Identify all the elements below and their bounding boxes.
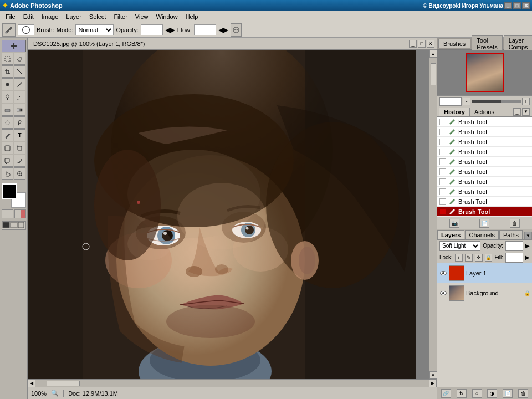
- tab-tool-presets[interactable]: Tool Presets: [472, 35, 502, 52]
- lock-transparent-pixels[interactable]: /: [455, 254, 463, 262]
- pen-tool[interactable]: [2, 129, 13, 141]
- foreground-color-swatch[interactable]: [2, 183, 17, 199]
- history-item-0[interactable]: Brush Tool: [437, 117, 532, 127]
- menu-help[interactable]: Help: [182, 12, 202, 21]
- history-item-8[interactable]: Brush Tool: [437, 197, 532, 207]
- add-layer-style-button[interactable]: fx: [457, 389, 467, 398]
- fill-input[interactable]: 100%: [505, 253, 523, 263]
- h-scroll-track[interactable]: [35, 380, 429, 387]
- menu-file[interactable]: File: [2, 12, 19, 21]
- notes-tool[interactable]: [2, 155, 13, 167]
- lock-all[interactable]: 🔒: [485, 254, 493, 262]
- move-tool[interactable]: [2, 40, 26, 52]
- healing-brush-tool[interactable]: [2, 78, 13, 90]
- new-snapshot-button[interactable]: 📷: [449, 219, 459, 228]
- layers-opacity-input[interactable]: 100%: [505, 241, 523, 251]
- new-fill-layer-button[interactable]: ◑: [487, 389, 497, 398]
- canvas-image-wrapper[interactable]: [28, 50, 429, 379]
- blend-mode-select[interactable]: Soft Light Normal Overlay Multiply: [439, 241, 480, 251]
- menu-edit[interactable]: Edit: [20, 12, 37, 21]
- history-item-5[interactable]: Brush Tool: [437, 167, 532, 177]
- new-layer-button[interactable]: 📄: [503, 389, 513, 398]
- tab-layer-comps[interactable]: Layer Comps: [504, 35, 532, 52]
- scroll-up-button[interactable]: ▲: [429, 50, 437, 58]
- history-item-2[interactable]: Brush Tool: [437, 137, 532, 147]
- opacity-increment[interactable]: ▶: [525, 243, 530, 249]
- flow-input[interactable]: 100%: [194, 24, 216, 35]
- tab-channels[interactable]: Channels: [465, 230, 498, 239]
- menu-window[interactable]: Window: [153, 12, 181, 21]
- history-item-3[interactable]: Brush Tool: [437, 147, 532, 157]
- opacity-input[interactable]: 8%: [141, 24, 163, 35]
- close-button[interactable]: ✕: [522, 2, 530, 9]
- delete-state-button[interactable]: 🗑: [510, 219, 520, 228]
- tab-brushes[interactable]: Brushes: [438, 39, 470, 48]
- minimize-button[interactable]: _: [504, 2, 512, 9]
- add-mask-button[interactable]: ○: [472, 389, 482, 398]
- canvas-close-button[interactable]: ✕: [427, 40, 434, 48]
- zoom-slider[interactable]: [472, 100, 521, 103]
- clone-stamp-tool[interactable]: [2, 91, 13, 103]
- menu-image[interactable]: Image: [38, 12, 62, 21]
- zoom-out-button[interactable]: -: [463, 98, 470, 105]
- blur-tool[interactable]: [2, 116, 13, 129]
- delete-layer-button[interactable]: 🗑: [518, 389, 528, 398]
- canvas-maximize-button[interactable]: □: [418, 40, 426, 48]
- screen-mode-button[interactable]: [2, 221, 26, 230]
- lock-position[interactable]: ✛: [475, 254, 483, 262]
- current-tool-icon[interactable]: [2, 23, 16, 37]
- hand-tool[interactable]: [2, 167, 13, 180]
- tab-layers[interactable]: Layers: [437, 230, 464, 239]
- history-panel-menu[interactable]: ▼: [522, 108, 530, 116]
- history-item-6[interactable]: Brush Tool: [437, 177, 532, 187]
- layers-panel-menu[interactable]: ▼: [524, 232, 532, 239]
- mode-select[interactable]: Normal Soft Light Overlay Multiply: [75, 24, 114, 35]
- background-visibility-toggle[interactable]: [439, 289, 447, 297]
- eyedropper-tool[interactable]: [14, 155, 25, 167]
- menu-view[interactable]: View: [132, 12, 152, 21]
- h-scroll-thumb[interactable]: [47, 381, 80, 386]
- dodge-tool[interactable]: [14, 116, 25, 129]
- history-panel-minimize[interactable]: _: [513, 108, 521, 116]
- tab-actions[interactable]: Actions: [470, 108, 499, 116]
- tab-history[interactable]: History: [439, 108, 470, 116]
- zoom-tool[interactable]: [14, 167, 25, 180]
- eraser-tool[interactable]: [2, 104, 13, 116]
- new-document-from-state-button[interactable]: 📄: [479, 219, 489, 228]
- path-select-tool[interactable]: [14, 142, 25, 154]
- history-item-9[interactable]: Brush Tool: [437, 207, 532, 217]
- rectangular-marquee-tool[interactable]: [2, 53, 13, 65]
- flow-arrow[interactable]: ◀▶: [218, 26, 228, 34]
- history-item-4[interactable]: Brush Tool: [437, 157, 532, 167]
- menu-filter[interactable]: Filter: [110, 12, 130, 21]
- gradient-tool[interactable]: [14, 104, 25, 116]
- slice-tool[interactable]: [14, 65, 25, 78]
- tab-paths[interactable]: Paths: [499, 230, 523, 239]
- scroll-thumb[interactable]: [431, 63, 436, 85]
- layer-item-layer1[interactable]: Layer 1: [437, 263, 532, 283]
- layer-item-background[interactable]: Background 🔒: [437, 283, 532, 303]
- airbrush-toggle[interactable]: [231, 23, 242, 37]
- quick-mask-mode-button[interactable]: [14, 209, 26, 218]
- scroll-left-button[interactable]: ◀: [28, 380, 35, 387]
- scroll-down-button[interactable]: ▼: [429, 371, 437, 379]
- window-controls[interactable]: _ □ ✕: [504, 2, 530, 9]
- brush-preview[interactable]: [18, 24, 34, 35]
- history-item-1[interactable]: Brush Tool: [437, 127, 532, 137]
- scroll-right-button[interactable]: ▶: [429, 380, 437, 387]
- lock-image-pixels[interactable]: ✎: [465, 254, 473, 262]
- standard-mode-button[interactable]: [2, 209, 13, 218]
- history-brush-tool[interactable]: [14, 91, 25, 103]
- shape-tool[interactable]: [2, 142, 13, 154]
- scroll-track[interactable]: [429, 58, 437, 371]
- brush-tool[interactable]: [14, 78, 25, 90]
- zoom-in-button[interactable]: +: [522, 98, 530, 105]
- crop-tool[interactable]: [2, 65, 13, 78]
- fill-increment[interactable]: ▶: [525, 254, 530, 260]
- canvas-minimize-button[interactable]: _: [409, 40, 417, 48]
- text-tool[interactable]: T: [14, 129, 25, 141]
- lasso-tool[interactable]: [14, 53, 25, 65]
- layer-link-button[interactable]: 🔗: [441, 389, 451, 398]
- maximize-button[interactable]: □: [513, 2, 521, 9]
- history-item-7[interactable]: Brush Tool: [437, 187, 532, 197]
